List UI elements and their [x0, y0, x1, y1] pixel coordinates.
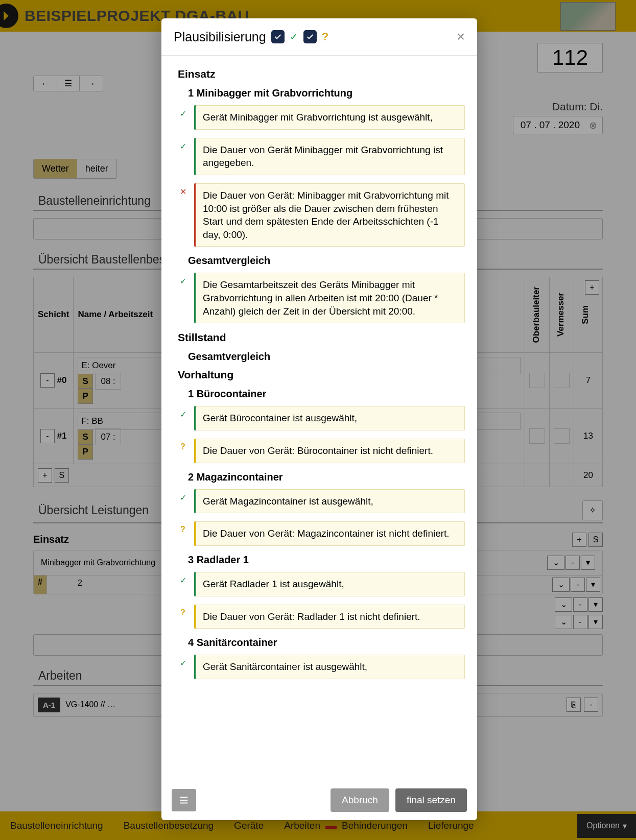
msg-subheading: 4 Sanitärcontainer [178, 637, 465, 649]
validation-message: ✕Die Dauer von Gerät: Minibagger mit Gra… [178, 183, 465, 247]
x-icon: ✕ [178, 183, 188, 197]
check-icon: ✓ [178, 273, 188, 286]
msg-heading: Einsatz [178, 68, 465, 80]
question-icon: ? [178, 521, 188, 534]
modal-footer: Abbruch final setzen [161, 780, 477, 820]
message-text: Gerät Radlader 1 ist ausgewählt, [194, 572, 465, 596]
msg-subheading: Gesamtvergleich [178, 351, 465, 363]
message-text: Gerät Magazincontainer ist ausgewählt, [194, 489, 465, 514]
checkbox-icon[interactable] [303, 30, 317, 43]
validation-message: ✓Die Gesamtarbeitszeit des Geräts Miniba… [178, 273, 465, 323]
msg-heading: Vorhaltung [178, 369, 465, 381]
checkbox-icon[interactable] [271, 30, 285, 43]
validation-message: ✓Gerät Bürocontainer ist ausgewählt, [178, 406, 465, 430]
message-text: Gerät Sanitärcontainer ist ausgewählt, [194, 655, 465, 679]
check-icon: ✓ [178, 489, 188, 502]
msg-subheading: 1 Bürocontainer [178, 388, 465, 400]
validation-message: ?Die Dauer von Gerät: Bürocontainer ist … [178, 439, 465, 463]
validation-message: ✓Die Dauer von Gerät Minibagger mit Grab… [178, 138, 465, 175]
modal-body[interactable]: Einsatz1 Minibagger mit Grabvorrichtung✓… [161, 56, 477, 780]
validation-message: ?Die Dauer von Gerät: Magazincontainer i… [178, 521, 465, 546]
message-text: Die Dauer von Gerät: Radlader 1 ist nich… [194, 605, 465, 629]
msg-subheading: 2 Magazincontainer [178, 471, 465, 483]
message-text: Die Gesamtarbeitszeit des Geräts Minibag… [194, 273, 465, 323]
check-icon: ✓ [178, 138, 188, 151]
message-text: Die Dauer von Gerät Minibagger mit Grabv… [194, 138, 465, 175]
close-button[interactable]: × [457, 29, 465, 45]
check-icon: ✓ [178, 105, 188, 118]
modal-title: Plausibilisierung [174, 30, 266, 44]
check-icon: ✓ [178, 406, 188, 419]
check-icon: ✓ [178, 655, 188, 668]
message-text: Die Dauer von Gerät: Magazincontainer is… [194, 521, 465, 546]
validation-message: ✓Gerät Sanitärcontainer ist ausgewählt, [178, 655, 465, 679]
plausibility-modal: Plausibilisierung ✓ ? × Einsatz1 Minibag… [161, 18, 477, 820]
check-icon: ✓ [178, 572, 188, 585]
message-text: Gerät Minibagger mit Grabvorrichtung ist… [194, 105, 465, 130]
validation-message: ✓Gerät Minibagger mit Grabvorrichtung is… [178, 105, 465, 130]
question-icon: ? [178, 439, 188, 451]
message-text: Die Dauer von Gerät: Minibagger mit Grab… [194, 183, 465, 247]
cancel-button[interactable]: Abbruch [331, 788, 389, 812]
validation-message: ✓Gerät Radlader 1 ist ausgewählt, [178, 572, 465, 596]
modal-header: Plausibilisierung ✓ ? × [161, 18, 477, 56]
msg-subheading: 1 Minibagger mit Grabvorrichtung [178, 87, 465, 99]
question-icon: ? [322, 30, 328, 43]
message-text: Gerät Bürocontainer ist ausgewählt, [194, 406, 465, 430]
msg-subheading: Gesamtvergleich [178, 255, 465, 267]
msg-subheading: 3 Radlader 1 [178, 554, 465, 566]
validation-message: ✓Gerät Magazincontainer ist ausgewählt, [178, 489, 465, 514]
list-icon-button[interactable] [172, 789, 196, 811]
message-text: Die Dauer von Gerät: Bürocontainer ist n… [194, 439, 465, 463]
check-icon: ✓ [290, 31, 298, 43]
question-icon: ? [178, 605, 188, 617]
validation-message: ?Die Dauer von Gerät: Radlader 1 ist nic… [178, 605, 465, 629]
final-button[interactable]: final setzen [395, 788, 467, 812]
msg-heading: Stillstand [178, 331, 465, 344]
